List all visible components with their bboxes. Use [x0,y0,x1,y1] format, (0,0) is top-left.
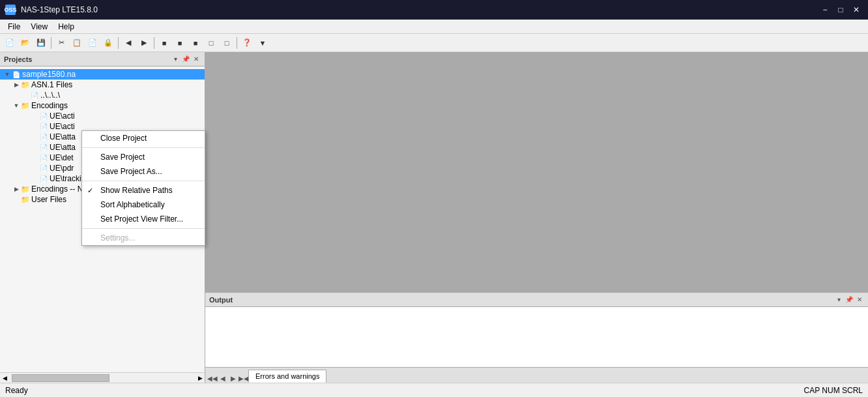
ctx-sep-3 [82,228,205,229]
expander-ue7 [30,174,39,183]
status-bar: Ready CAP NUM SCRL [0,383,868,397]
output-panel: Output ▾ 📌 ✕ ◀◀ ◀ ▶ ▶◀ Errors and warnin… [205,291,868,383]
ctx-sort-alphabetically[interactable]: Sort Alphabetically [82,198,205,212]
expander-ue6 [30,164,39,173]
label-dotdot: ..\..\..\ [40,91,60,100]
label-encodings: Encodings [31,101,68,110]
maximize-button[interactable]: □ [834,3,847,16]
ctx-sep-1 [82,147,205,148]
label-ue6: UE\pdr [50,164,74,173]
toolbar-sep-2 [118,37,119,49]
expander-ue5 [30,153,39,162]
right-area: Output ▾ 📌 ✕ ◀◀ ◀ ▶ ▶◀ Errors and warnin… [205,52,868,383]
status-text: Ready [5,386,28,395]
icon-enc-net: 📁 [21,184,30,194]
minimize-button[interactable]: − [818,3,832,16]
toolbar-b3[interactable]: ■ [188,36,203,50]
label-ue2: UE\acti [50,122,75,131]
output-header: Output ▾ 📌 ✕ [205,293,868,307]
close-button[interactable]: ✕ [850,3,863,16]
toolbar-new[interactable]: 📄 [3,36,17,50]
expander-ue3 [30,132,39,141]
toolbar-b2[interactable]: ■ [173,36,187,50]
output-nav-prev[interactable]: ◀ [218,374,227,383]
icon-ue4: 📄 [39,143,48,152]
ctx-show-relative-paths[interactable]: ✓ Show Relative Paths [82,183,205,198]
hscroll-left[interactable]: ◀ [0,374,9,383]
output-title: Output [209,296,233,304]
check-relative-paths: ✓ [87,186,93,195]
main-content [205,52,868,291]
output-nav-next[interactable]: ▶ [229,374,238,383]
app-title: NAS-1Step LTE15.8.0 [21,5,98,14]
toolbar-dropdown[interactable]: ▼ [255,36,270,50]
projects-panel-header: Projects ▾ 📌 ✕ [0,52,205,66]
expander-ue1 [30,111,39,121]
output-pin-btn[interactable]: ▾ [834,295,843,304]
tree-item-asn1[interactable]: ▶ 📁 ASN.1 Files [0,80,205,90]
icon-encodings: 📁 [21,101,30,110]
hscroll-right[interactable]: ▶ [195,374,205,383]
toolbar-back[interactable]: ◀ [121,36,136,50]
projects-panel: Projects ▾ 📌 ✕ ▼ 📄 sample1580.na ▶ 📁 ASN… [0,52,205,383]
ctx-set-filter[interactable]: Set Project View Filter... [82,212,205,226]
toolbar-paste[interactable]: 📄 [85,36,100,50]
icon-ue6: 📄 [39,164,48,173]
ctx-settings: Settings... [82,231,205,245]
toolbar-sep-3 [154,37,154,49]
toolbar-cut[interactable]: ✂ [54,36,68,50]
output-tabs: ◀◀ ◀ ▶ ▶◀ Errors and warnings [205,367,868,383]
output-close-btn[interactable]: ✕ [855,295,864,304]
label-asn1: ASN.1 Files [31,80,72,89]
output-nav-first[interactable]: ◀◀ [208,374,217,383]
projects-title: Projects [4,55,32,63]
title-bar-left: OSS NAS-1Step LTE15.8.0 [5,5,98,15]
menu-help[interactable]: Help [53,21,80,33]
toolbar-open[interactable]: 📂 [18,36,33,50]
context-menu: Close Project Save Project Save Project … [81,130,205,246]
icon-asn1: 📁 [21,80,30,89]
toolbar-copy[interactable]: 📋 [70,36,84,50]
ctx-save-project[interactable]: Save Project [82,150,205,164]
toolbar-lock[interactable]: 🔒 [101,36,115,50]
ctx-close-project[interactable]: Close Project [82,131,205,145]
panel-controls: ▾ 📌 ✕ [171,55,201,64]
panel-float-btn[interactable]: 📌 [181,55,190,64]
toolbar-b5[interactable]: □ [220,36,234,50]
output-content [205,307,868,367]
app-icon: OSS [5,5,16,15]
menu-file[interactable]: File [3,21,25,33]
toolbar-fwd[interactable]: ▶ [137,36,151,50]
toolbar-help[interactable]: ❓ [240,36,254,50]
panel-close-btn[interactable]: ✕ [192,55,201,64]
window-controls: − □ ✕ [818,3,863,16]
expander-user-files [12,195,21,204]
ctx-save-project-as[interactable]: Save Project As... [82,164,205,179]
tree-item-ue1[interactable]: 📄 UE\acti [0,111,205,121]
toolbar-sep-1 [51,37,51,49]
hscroll-thumb[interactable] [12,374,109,382]
icon-ue1: 📄 [39,111,48,121]
toolbar-sep-4 [237,37,237,49]
output-nav: ◀◀ ◀ ▶ ▶◀ [208,374,248,383]
tree-item-dotdot[interactable]: 📄 ..\..\..\ [0,90,205,100]
expander-enc-net: ▶ [12,184,21,194]
panel-pin-btn[interactable]: ▾ [171,55,180,64]
output-float-btn[interactable]: 📌 [845,295,854,304]
label-root: sample1580.na [22,70,76,79]
projects-hscroll[interactable]: ◀ ▶ [0,372,205,383]
tree-item-encodings[interactable]: ▼ 📁 Encodings [0,100,205,111]
expander-dotdot [21,91,30,100]
menu-view[interactable]: View [25,21,53,33]
toolbar-save[interactable]: 💾 [34,36,48,50]
content-area: Projects ▾ 📌 ✕ ▼ 📄 sample1580.na ▶ 📁 ASN… [0,52,868,383]
output-tab-errors[interactable]: Errors and warnings [248,370,326,383]
expander-ue2 [30,122,39,131]
toolbar-b1[interactable]: ■ [157,36,171,50]
output-panel-controls: ▾ 📌 ✕ [834,295,864,304]
label-user-files: User Files [31,195,66,204]
tree-item-root[interactable]: ▼ 📄 sample1580.na [0,69,205,80]
output-nav-last[interactable]: ▶◀ [239,374,248,383]
icon-ue3: 📄 [39,132,48,141]
toolbar-b4[interactable]: □ [204,36,218,50]
